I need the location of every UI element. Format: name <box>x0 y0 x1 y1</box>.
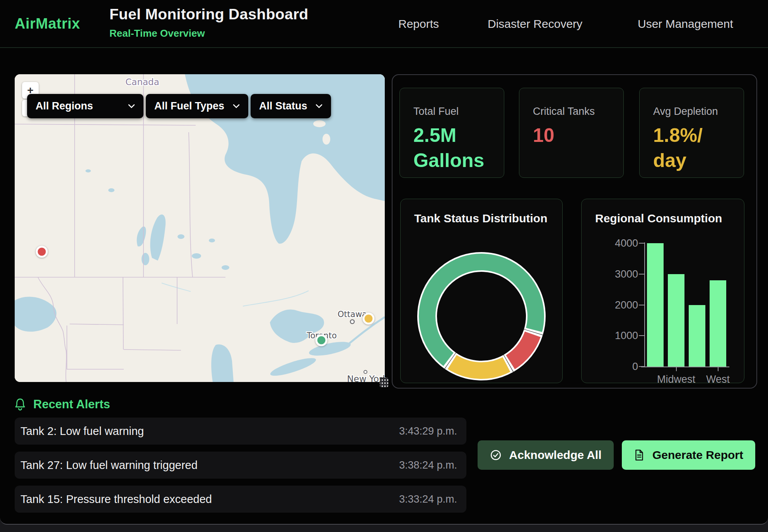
region-filter-select[interactable]: All Regions <box>27 94 143 118</box>
y-tick-mark <box>639 274 644 275</box>
alert-row[interactable]: Tank 15: Pressure threshold exceeded 3:3… <box>15 486 466 513</box>
nav-disaster-recovery[interactable]: Disaster Recovery <box>488 0 582 48</box>
generate-report-label: Generate Report <box>652 448 743 462</box>
alert-text: Tank 2: Low fuel warning <box>20 425 144 438</box>
map-lake <box>142 253 149 265</box>
alert-time: 3:33:24 p.m. <box>399 493 457 505</box>
resize-handle-icon[interactable] <box>380 377 388 387</box>
alert-row[interactable]: Tank 2: Low fuel warning 3:43:29 p.m. <box>15 418 466 445</box>
bell-icon <box>15 398 26 411</box>
y-tick-label: 4000 <box>615 237 638 249</box>
x-category-label: West <box>691 373 745 383</box>
stats-panel: Total Fuel 2.5MGallons Critical Tanks 10… <box>392 74 757 389</box>
alert-text: Tank 27: Low fuel warning triggered <box>20 459 198 472</box>
header: AirMatrix Fuel Monitoring Dashboard Real… <box>0 0 768 48</box>
map-lake <box>209 239 215 242</box>
map-island <box>323 134 330 145</box>
status-filter-value: All Status <box>259 100 307 112</box>
map-lake <box>108 188 114 192</box>
stat-label: Total Fuel <box>413 106 492 118</box>
map-label-canada: Canada <box>125 77 159 87</box>
recent-alerts-title: Recent Alerts <box>33 397 110 411</box>
map-marker-warning[interactable] <box>363 313 375 325</box>
map-marker-normal[interactable] <box>316 334 328 346</box>
chevron-down-icon <box>233 104 240 108</box>
title-block: Fuel Monitoring Dashboard Real-Time Over… <box>109 6 308 39</box>
map[interactable]: Canada Ottawa Toronto New York + − All R… <box>15 74 385 382</box>
nav-reports[interactable]: Reports <box>398 0 439 48</box>
y-tick-label: 1000 <box>615 330 638 342</box>
brand-logo: AirMatrix <box>15 15 80 32</box>
map-town-dot-ottawa <box>350 320 354 324</box>
x-axis-line <box>641 367 729 367</box>
fuel-type-filter-select[interactable]: All Fuel Types <box>146 94 248 118</box>
status-filter-select[interactable]: All Status <box>251 94 331 118</box>
fuel-type-filter-value: All Fuel Types <box>154 100 224 112</box>
tank-status-donut-chart[interactable] <box>401 199 563 383</box>
chart-title: Tank Status Distribution <box>414 212 547 225</box>
chart-title: Regional Consumption <box>595 212 722 225</box>
map-canvas[interactable]: Canada Ottawa Toronto New York <box>15 74 385 382</box>
stat-card-total-fuel: Total Fuel 2.5MGallons <box>399 88 504 178</box>
alert-text: Tank 15: Pressure threshold exceeded <box>20 493 212 506</box>
map-lake <box>177 234 184 239</box>
map-label-new-york: New York <box>347 374 385 382</box>
y-tick-mark <box>639 366 644 367</box>
map-lake <box>222 265 229 270</box>
check-circle-icon <box>490 449 502 461</box>
chevron-down-icon <box>128 104 135 108</box>
region-filter-value: All Regions <box>36 100 93 112</box>
stat-card-critical-tanks: Critical Tanks 10 <box>519 88 624 178</box>
regional-consumption-chart-card: Regional Consumption 01000200030004000Mi… <box>581 199 744 383</box>
map-filters: All Regions All Fuel Types All Status <box>27 94 331 118</box>
y-tick-mark <box>639 305 644 305</box>
map-lake <box>85 169 91 172</box>
alert-time: 3:43:29 p.m. <box>399 425 457 437</box>
page-title: Fuel Monitoring Dashboard <box>109 6 308 23</box>
stat-value: 2.5MGallons <box>413 123 492 173</box>
bar-3[interactable] <box>710 280 726 367</box>
acknowledge-all-button[interactable]: Acknowledge All <box>478 440 614 470</box>
y-tick-mark <box>639 335 644 336</box>
map-island <box>313 120 326 127</box>
stat-label: Avg Depletion <box>653 106 732 118</box>
y-tick-label: 2000 <box>615 299 638 311</box>
y-axis-line <box>644 242 645 367</box>
map-lake <box>192 253 201 259</box>
donut-segment-warning[interactable] <box>452 362 506 370</box>
x-tick-mark <box>718 367 719 371</box>
alert-time: 3:38:24 p.m. <box>399 459 457 471</box>
x-tick-mark <box>676 367 677 371</box>
y-tick-label: 3000 <box>615 268 638 280</box>
alert-row[interactable]: Tank 27: Low fuel warning triggered 3:38… <box>15 452 466 479</box>
stat-card-avg-depletion: Avg Depletion 1.8%/day <box>639 88 744 178</box>
bar-1[interactable] <box>668 274 684 367</box>
generate-report-button[interactable]: Generate Report <box>622 440 755 470</box>
recent-alerts-header: Recent Alerts <box>15 397 110 411</box>
map-marker-critical[interactable] <box>36 246 48 258</box>
stat-value: 10 <box>533 123 612 148</box>
bar-2[interactable] <box>689 305 705 367</box>
y-tick-mark <box>639 243 644 244</box>
y-tick-label: 0 <box>615 361 638 373</box>
app-frame: AirMatrix Fuel Monitoring Dashboard Real… <box>0 0 768 525</box>
stat-value: 1.8%/day <box>653 123 732 173</box>
nav-user-management[interactable]: User Management <box>638 0 733 48</box>
stat-label: Critical Tanks <box>533 106 612 118</box>
map-town-dot-new-york <box>364 370 367 373</box>
page-subtitle: Real-Time Overview <box>109 27 308 39</box>
bar-0[interactable] <box>647 243 664 367</box>
tank-status-chart-card: Tank Status Distribution <box>400 199 563 383</box>
chevron-down-icon <box>316 104 323 108</box>
acknowledge-all-label: Acknowledge All <box>509 448 602 462</box>
document-icon <box>634 449 645 461</box>
regional-consumption-bar-chart[interactable]: 01000200030004000MidwestWest <box>582 199 744 383</box>
